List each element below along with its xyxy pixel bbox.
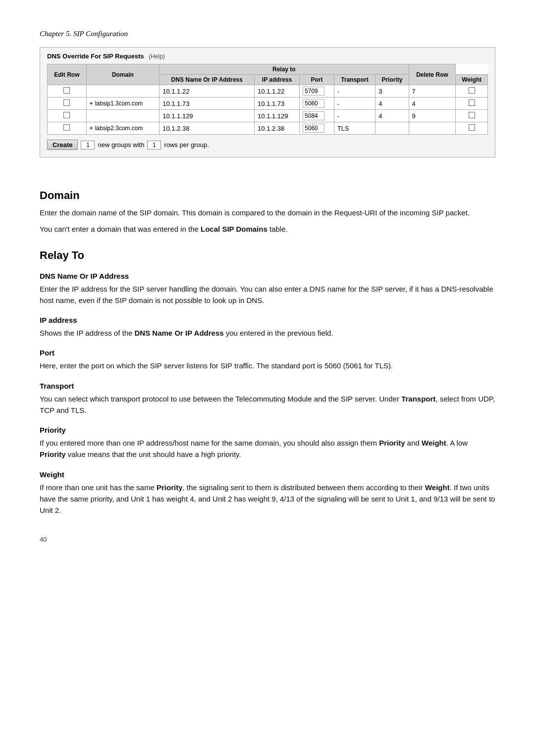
ip-address-header: IP address — [255, 75, 300, 85]
delete-checkbox[interactable] — [469, 124, 475, 131]
domain-para-1: Enter the domain name of the SIP domain.… — [40, 207, 495, 218]
port-cell — [300, 85, 334, 98]
create-bar: Create new groups with rows per group. — [47, 140, 488, 150]
relay-to-header: Relay to — [160, 64, 409, 75]
plus-icon[interactable]: + — [90, 100, 93, 107]
transport-text: You can select which transport protocol … — [40, 393, 495, 416]
domain-header: Domain — [86, 64, 160, 85]
weight-subheading: Weight — [40, 470, 495, 479]
transport-cell: - — [334, 110, 375, 122]
plus-icon[interactable]: + — [90, 125, 93, 132]
transport-cell: TLS — [334, 122, 375, 135]
delete-row-cell — [456, 98, 488, 110]
port-subheading: Port — [40, 349, 495, 357]
port-cell — [300, 122, 334, 135]
priority-cell: 3 — [375, 85, 409, 98]
port-input[interactable] — [303, 111, 324, 120]
priority-cell — [375, 122, 409, 135]
table-row: +labsip1.3com.com10.1.1.7310.1.1.73-44 — [48, 98, 488, 110]
rows-value-input[interactable] — [147, 141, 161, 150]
delete-row-header: Delete Row — [409, 64, 456, 85]
edit-row-cell — [48, 98, 87, 110]
domain-cell: +labsip1.3com.com — [86, 98, 160, 110]
dns-table-title: DNS Override For SIP Requests (Help) — [47, 52, 488, 60]
dns-override-table: Edit Row Domain Relay to Delete Row DNS … — [47, 64, 488, 135]
domain-heading: Domain — [40, 189, 495, 202]
dns-table-container: DNS Override For SIP Requests (Help) Edi… — [40, 47, 495, 157]
create-button[interactable]: Create — [47, 140, 78, 150]
ip-address-cell: 10.1.1.73 — [255, 98, 300, 110]
weight-cell — [409, 122, 456, 135]
priority-text: If you entered more than one IP address/… — [40, 437, 495, 460]
domain-cell — [86, 110, 160, 122]
relay-to-heading: Relay To — [40, 249, 495, 262]
groups-value-input[interactable] — [81, 141, 95, 150]
delete-row-cell — [456, 85, 488, 98]
weight-text: If more than one unit has the same Prior… — [40, 482, 495, 516]
ip-address-cell: 10.1.1.22 — [255, 85, 300, 98]
dns-name-subheading: DNS Name Or IP Address — [40, 272, 495, 280]
priority-header: Priority — [375, 75, 409, 85]
edit-row-cell — [48, 122, 87, 135]
domain-cell — [86, 85, 160, 98]
edit-checkbox[interactable] — [63, 124, 70, 131]
table-row: 10.1.1.12910.1.1.129-49 — [48, 110, 488, 122]
port-cell — [300, 110, 334, 122]
edit-row-header: Edit Row — [48, 64, 87, 85]
ip-address-text: Shows the IP address of the DNS Name Or … — [40, 327, 495, 339]
transport-cell: - — [334, 85, 375, 98]
ip-address-cell: 10.1.2.38 — [255, 122, 300, 135]
weight-header: Weight — [456, 75, 488, 85]
edit-checkbox[interactable] — [63, 100, 70, 106]
chapter-title: Chapter 5. SIP Configuration — [40, 30, 495, 38]
priority-subheading: Priority — [40, 426, 495, 434]
priority-cell: 4 — [375, 98, 409, 110]
port-input[interactable] — [303, 99, 324, 108]
port-text: Here, enter the port on which the SIP se… — [40, 360, 495, 371]
domain-text: labsip1.3com.com — [95, 100, 143, 107]
port-header: Port — [300, 75, 334, 85]
ip-address-cell: 10.1.1.129 — [255, 110, 300, 122]
delete-checkbox[interactable] — [469, 87, 475, 94]
port-input[interactable] — [303, 87, 324, 96]
page-number: 40 — [40, 536, 495, 543]
transport-header: Transport — [334, 75, 375, 85]
delete-checkbox[interactable] — [469, 100, 475, 106]
domain-text: labsip2.3com.com — [95, 125, 143, 132]
transport-subheading: Transport — [40, 382, 495, 390]
transport-cell: - — [334, 98, 375, 110]
priority-cell: 4 — [375, 110, 409, 122]
groups-text: new groups with — [98, 141, 144, 149]
dns-table-help[interactable]: (Help) — [149, 53, 165, 60]
ip-address-subheading: IP address — [40, 316, 495, 324]
port-cell — [300, 98, 334, 110]
weight-cell: 9 — [409, 110, 456, 122]
dns-name-cell: 10.1.1.22 — [160, 85, 255, 98]
dns-name-cell: 10.1.2.38 — [160, 122, 255, 135]
weight-cell: 7 — [409, 85, 456, 98]
table-row: +labsip2.3com.com10.1.2.3810.1.2.38TLS — [48, 122, 488, 135]
dns-name-text: Enter the IP address for the SIP server … — [40, 283, 495, 306]
delete-row-cell — [456, 122, 488, 135]
delete-checkbox[interactable] — [469, 112, 475, 118]
weight-cell: 4 — [409, 98, 456, 110]
port-input[interactable] — [303, 124, 324, 133]
domain-cell: +labsip2.3com.com — [86, 122, 160, 135]
table-row: 10.1.1.2210.1.1.22-37 — [48, 85, 488, 98]
edit-row-cell — [48, 110, 87, 122]
dns-name-cell: 10.1.1.73 — [160, 98, 255, 110]
edit-row-cell — [48, 85, 87, 98]
edit-checkbox[interactable] — [63, 87, 70, 94]
edit-checkbox[interactable] — [63, 112, 70, 118]
rows-text: rows per group. — [164, 141, 209, 149]
domain-para-2: You can't enter a domain that was entere… — [40, 223, 495, 235]
delete-row-cell — [456, 110, 488, 122]
dns-name-header: DNS Name Or IP Address — [160, 75, 255, 85]
dns-name-cell: 10.1.1.129 — [160, 110, 255, 122]
